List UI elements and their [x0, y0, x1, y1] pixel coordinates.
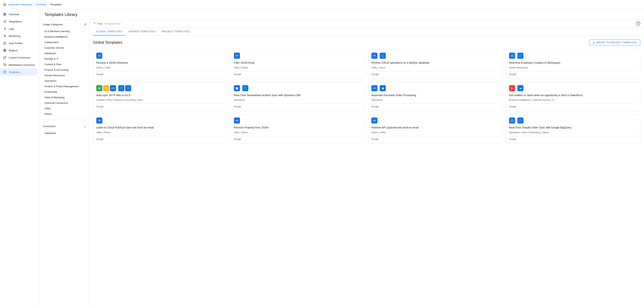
topbar: Application Integration / Overview / Tem… — [0, 0, 644, 9]
svg-rect-1 — [5, 13, 6, 14]
sidebar-item-custom-connectors[interactable]: Custom Connectors — [0, 54, 38, 61]
clock-icon: ⏱ — [103, 85, 109, 91]
tab-project[interactable]: PROJECT TEMPLATES — [158, 28, 193, 36]
filter-devops[interactable]: DevOps & IT — [43, 56, 86, 62]
sidebar-item-monitoring[interactable]: Monitoring — [0, 32, 38, 40]
breadcrumb-overview[interactable]: Overview — [36, 3, 46, 6]
svg-rect-2 — [5, 15, 6, 16]
flow-icon — [3, 20, 6, 23]
sidebar-item-marketplace[interactable]: Marketplace connectors — [0, 61, 38, 68]
card-author: Google — [234, 138, 362, 140]
sidebar-label-overview: Overview — [9, 13, 19, 16]
api-icon: API — [234, 53, 240, 59]
arrow-separator: › — [516, 54, 516, 57]
help-button[interactable]: ? — [636, 22, 640, 26]
template-icon — [3, 70, 6, 74]
card-title: Real-Time ServiceNow Incident Sync with … — [234, 94, 362, 97]
sidebar-label-integrations: Integrations — [9, 20, 22, 23]
breadcrumb-app[interactable]: Application Integration — [8, 3, 32, 6]
sidebar-item-templates[interactable]: Templates — [0, 68, 38, 76]
template-card[interactable]: ⬡ › 🌐 Real-Time Shopify Order Sync with … — [506, 114, 640, 144]
template-card[interactable]: API Remove Property from JSON Utility | … — [231, 114, 365, 144]
filter-product-mgmt[interactable]: Product & Project Management — [43, 84, 86, 89]
filter-productivity[interactable]: Productivity — [43, 89, 86, 95]
filter-finance[interactable]: Finance & Accounting — [43, 67, 86, 73]
card-divider — [96, 71, 224, 72]
app-icon — [3, 3, 6, 6]
chart-icon — [3, 34, 6, 38]
api-icon: API — [96, 53, 102, 59]
collapse-panel-button[interactable]: « — [84, 21, 88, 27]
template-card[interactable]: API › 🌐 Perform CRUD operations on a MyS… — [368, 50, 503, 79]
sidebar-item-integrations[interactable]: Integrations — [0, 18, 38, 25]
sidebar-item-overview[interactable]: Overview — [0, 11, 38, 18]
card-tags: Operations — [234, 99, 362, 101]
template-card[interactable]: ▷ › ☁ Get notified on slack when an oppo… — [506, 82, 640, 111]
usage-categories-section: Usage Categories ⌄ AI & Machine Learning… — [40, 20, 89, 118]
chevron-down-icon-connectors: ⌄ — [84, 125, 86, 128]
card-divider — [234, 71, 362, 72]
card-tags: Utility | Others — [234, 66, 362, 69]
sidebar-item-auth[interactable]: Auth Profiles — [0, 40, 38, 47]
globe-icon: 🌐 — [517, 53, 524, 59]
connectors-header[interactable]: Connectors ⌄ — [43, 125, 86, 128]
breadcrumb-current: Templates — [50, 3, 61, 6]
tabs-bar: GLOBAL TEMPLATES SHARED TEMPLATES PROJEC… — [89, 28, 644, 36]
filter-button[interactable]: Filter — [93, 22, 103, 25]
card-tags: Content & Files | Finance & Accounting |… — [96, 99, 224, 101]
filter-others[interactable]: Others — [43, 111, 86, 117]
usage-categories-header[interactable]: Usage Categories ⌄ — [43, 23, 86, 26]
screen-icon: ▣ — [234, 85, 240, 91]
card-divider — [234, 136, 362, 136]
grid-icon — [3, 13, 6, 16]
tab-global[interactable]: GLOBAL TEMPLATES — [93, 28, 126, 36]
filter-universal[interactable]: Universal Connectors — [43, 100, 86, 106]
template-card[interactable]: ▣ › 🌐 Real-Time ServiceNow Incident Sync… — [231, 82, 365, 111]
svg-rect-21 — [4, 71, 6, 73]
card-divider — [371, 104, 500, 104]
card-icons: ⇄ ⏱ API › 🌐 🌐 — [96, 85, 224, 91]
tab-shared[interactable]: SHARED TEMPLATES — [126, 28, 158, 36]
sftp-icon: ⇄ — [96, 85, 102, 91]
card-author: Google — [96, 105, 224, 108]
filter-sales[interactable]: Sales & Marketing — [43, 95, 86, 100]
filter-utility[interactable]: Utility — [43, 106, 86, 111]
card-author: Google — [234, 73, 362, 76]
import-to-project-button[interactable]: IMPORT TO PROJECT TEMPLATES — [589, 39, 640, 46]
template-card[interactable]: ⇄ ⏱ API › 🌐 🌐 Auto-sync SFTP files to GC… — [93, 82, 228, 111]
sidebar-item-logs[interactable]: Logs — [0, 25, 38, 32]
filter-ai-ml[interactable]: AI & Machine Learning — [43, 29, 86, 34]
arrow-separator: › — [378, 87, 379, 90]
card-divider — [509, 104, 637, 104]
filter-hr[interactable]: Human Resources — [43, 73, 86, 78]
filter-salesforce[interactable]: Salesforce — [43, 130, 86, 136]
card-icons: ⬡ › 🌐 — [509, 117, 637, 124]
lock-icon — [3, 42, 6, 45]
template-card[interactable]: ⬡ › 🌐 Real-time Employee Creation in Wor… — [506, 50, 640, 79]
filter-operations[interactable]: Operations — [43, 78, 86, 84]
node-icon: ⬡ — [509, 117, 515, 124]
filter-label: Filter — [97, 22, 103, 25]
card-divider — [509, 136, 637, 136]
template-card[interactable]: ✦ Listen to Cloud Pub/Sub topic and send… — [93, 114, 228, 144]
card-title: Get notified on slack when an opportunit… — [509, 94, 637, 97]
template-card[interactable]: API › ◆ Automate Purchase Order Processi… — [368, 82, 503, 111]
filter-customer-service[interactable]: Customer Service — [43, 45, 86, 51]
card-tags: Business Intelligence | Customer Service… — [509, 99, 637, 101]
template-card[interactable]: API Retrieve API payload and send an ema… — [368, 114, 503, 144]
filter-databases[interactable]: Databases — [43, 51, 86, 56]
card-author: Google — [234, 105, 362, 108]
sidebar-item-regions[interactable]: Regions — [0, 47, 38, 54]
cloud-icon: ☁ — [517, 85, 524, 91]
card-tags: Others | Utility — [96, 66, 224, 69]
globe2-icon: 🌐 — [125, 85, 131, 91]
filter-placeholder: Templates filter — [104, 22, 121, 25]
card-title: Resolve a JSON reference — [96, 61, 224, 65]
filter-bi[interactable]: Business Intelligence — [43, 34, 86, 40]
filter-collaboration[interactable]: Collaboration — [43, 40, 86, 45]
cart-icon — [3, 63, 6, 67]
arrow-separator: › — [117, 87, 118, 90]
template-card[interactable]: API Resolve a JSON reference Others | Ut… — [93, 50, 228, 79]
template-card[interactable]: API Filter JSON Array Utility | Others G… — [231, 50, 365, 79]
filter-content[interactable]: Content & Files — [43, 62, 86, 67]
